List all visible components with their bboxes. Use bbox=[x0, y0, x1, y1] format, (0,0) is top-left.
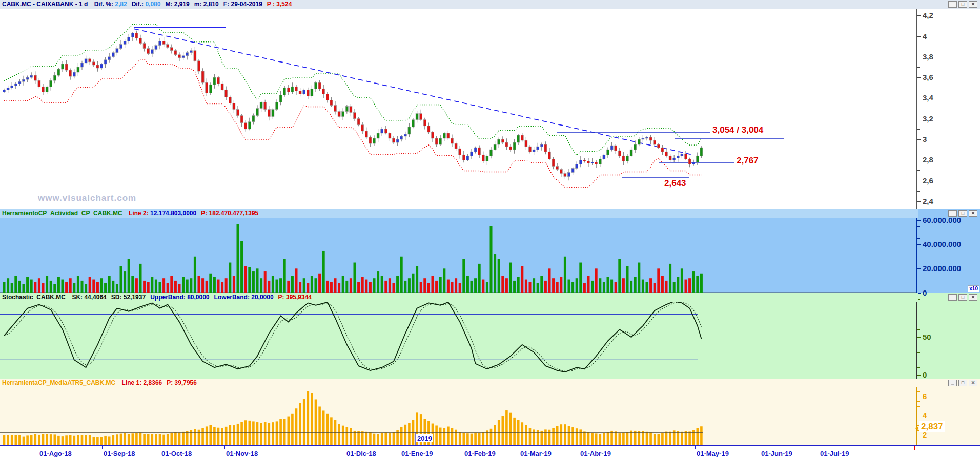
y-axis-tick bbox=[917, 268, 921, 269]
y-axis-label: 2,8 bbox=[923, 155, 933, 164]
date-label: 01-Sep-18 bbox=[104, 450, 135, 457]
y-axis-tick bbox=[917, 67, 920, 68]
volume-stat: Line 2: 12.174.803,0000 bbox=[129, 210, 196, 217]
y-axis-tick bbox=[917, 15, 921, 16]
atr-value-arrow-icon: ◄ bbox=[914, 425, 920, 431]
atr-y-axis[interactable]: 642 bbox=[916, 379, 980, 445]
y-axis-tick bbox=[917, 391, 920, 392]
y-axis-label: 4 bbox=[923, 31, 927, 40]
y-axis-label: 6 bbox=[923, 391, 927, 400]
atr-indicator-name: HerramientaCP_MediaATR5_CABK.MC bbox=[2, 379, 115, 386]
atr-current-value-badge: 2,837 bbox=[919, 421, 945, 432]
date-label: 01-May-19 bbox=[697, 450, 729, 457]
y-axis-tick bbox=[917, 26, 920, 26]
y-axis-tick bbox=[917, 360, 920, 360]
stochastic-window-controls: _□✕ bbox=[948, 294, 977, 301]
y-axis-tick bbox=[917, 445, 920, 445]
y-axis-tick bbox=[917, 315, 920, 315]
volume-chart-canvas[interactable] bbox=[0, 209, 916, 293]
y-axis-label: 3,8 bbox=[923, 52, 933, 60]
y-axis-tick bbox=[917, 170, 920, 171]
price-stat: Dif. %: 2,82 bbox=[94, 1, 127, 8]
close-button[interactable]: ✕ bbox=[969, 294, 977, 301]
y-axis-tick bbox=[917, 401, 920, 402]
y-axis-label: 4 bbox=[923, 411, 927, 420]
date-label: 01-Abr-19 bbox=[580, 450, 611, 457]
support-low-label: 2,643 bbox=[664, 178, 686, 189]
date-tick bbox=[345, 446, 345, 449]
stochastic-y-axis[interactable]: 500 bbox=[916, 293, 980, 379]
date-tick bbox=[519, 446, 519, 449]
y-axis-tick bbox=[917, 129, 920, 130]
volume-stats: Line 2: 12.174.803,0000P: 182.470.477,13… bbox=[124, 210, 258, 217]
maximize-button[interactable]: □ bbox=[958, 1, 967, 8]
y-axis-tick bbox=[917, 233, 920, 233]
stochastic-chart-canvas[interactable] bbox=[0, 293, 916, 379]
minimize-button[interactable]: _ bbox=[948, 294, 957, 301]
y-axis-tick bbox=[917, 226, 920, 227]
volume-y-axis[interactable]: 60.000.00040.000.00020.000.0000 bbox=[916, 209, 980, 293]
y-axis-tick bbox=[917, 440, 920, 440]
date-label: 01-Nov-18 bbox=[226, 450, 258, 457]
stochastic-stat: LowerBand: 20,0000 bbox=[214, 294, 274, 301]
close-button[interactable]: ✕ bbox=[969, 210, 977, 217]
year-label: 2019 bbox=[416, 434, 433, 442]
price-stat: F: 29-04-2019 bbox=[223, 1, 262, 8]
stochastic-indicator-name: Stochastic_CABK.MC bbox=[2, 294, 66, 301]
price-panel-header: CABK.MC - CAIXABANK - 1 d Dif. %: 2,82Di… bbox=[0, 0, 980, 9]
volume-window-controls: _□✕ bbox=[948, 210, 977, 217]
y-axis-tick bbox=[917, 275, 920, 275]
y-axis-tick bbox=[917, 322, 920, 322]
close-button[interactable]: ✕ bbox=[969, 380, 977, 386]
maximize-button[interactable]: □ bbox=[958, 380, 967, 386]
y-axis-tick bbox=[917, 238, 920, 239]
y-axis-tick bbox=[917, 352, 920, 353]
date-tick bbox=[463, 446, 463, 449]
minimize-button[interactable]: _ bbox=[948, 380, 957, 386]
date-tick bbox=[38, 446, 38, 449]
atr-panel-header: HerramientaCP_MediaATR5_CABK.MC Line 1: … bbox=[0, 379, 918, 387]
close-button[interactable]: ✕ bbox=[969, 1, 977, 8]
maximize-button[interactable]: □ bbox=[958, 294, 967, 301]
maximize-button[interactable]: □ bbox=[958, 210, 967, 217]
y-axis-tick bbox=[917, 36, 921, 37]
date-tick bbox=[400, 446, 400, 449]
price-chart-panel: CABK.MC - CAIXABANK - 1 d Dif. %: 2,82Di… bbox=[0, 0, 980, 210]
volume-panel: HerramientoCP_Actividad_CP_CABK.MC Line … bbox=[0, 209, 980, 294]
y-axis-tick bbox=[917, 406, 920, 407]
resistance-level-label: 3,054 / 3,004 bbox=[712, 125, 763, 135]
y-axis-tick bbox=[917, 251, 920, 251]
date-label: 01-Mar-19 bbox=[520, 450, 552, 457]
date-axis[interactable]: 01-Ago-1801-Sep-1801-Oct-1801-Nov-1801-D… bbox=[0, 445, 980, 457]
date-tick bbox=[760, 446, 760, 449]
date-tick bbox=[224, 446, 225, 449]
y-axis-label: 3 bbox=[923, 135, 927, 143]
axis-multiplier-badge: x10 bbox=[968, 285, 979, 292]
price-chart-canvas[interactable] bbox=[0, 0, 916, 209]
y-axis-tick bbox=[917, 416, 921, 416]
date-label: 01-Oct-18 bbox=[161, 450, 192, 457]
stochastic-panel-header: Stochastic_CABK.MC SK: 44,4064SD: 52,193… bbox=[0, 293, 918, 302]
price-stat: P : 3,524 bbox=[267, 1, 292, 8]
minimize-button[interactable]: _ bbox=[948, 210, 957, 217]
stochastic-stats: SK: 44,4064SD: 52,1937UpperBand: 80,0000… bbox=[67, 294, 312, 301]
atr-chart-canvas[interactable] bbox=[0, 379, 916, 445]
y-axis-tick bbox=[917, 411, 920, 411]
atr-stats: Line 1: 2,8366P: 39,7956 bbox=[117, 379, 197, 386]
stochastic-stat: UpperBand: 80,0000 bbox=[150, 294, 209, 301]
y-axis-tick bbox=[917, 98, 921, 98]
price-stat: M: 2,919 bbox=[165, 1, 189, 8]
price-y-axis[interactable]: 4,243,83,63,43,232,82,62,4 bbox=[916, 8, 980, 209]
y-axis-tick bbox=[917, 244, 921, 245]
watermark: www.visualchart.com bbox=[38, 193, 136, 203]
y-axis-label: 0 bbox=[923, 370, 927, 379]
visual-chart-window: CABK.MC - CAIXABANK - 1 d Dif. %: 2,82Di… bbox=[0, 0, 980, 457]
atr-window-controls: _□✕ bbox=[948, 380, 977, 386]
minimize-button[interactable]: _ bbox=[948, 1, 957, 8]
y-axis-tick bbox=[917, 191, 920, 192]
y-axis-label: 3,6 bbox=[923, 73, 933, 81]
price-stat: Dif.: 0,080 bbox=[132, 1, 161, 8]
stochastic-stat: SK: 44,4064 bbox=[72, 294, 106, 301]
y-axis-tick bbox=[917, 119, 921, 119]
y-axis-label: 50 bbox=[923, 333, 931, 341]
